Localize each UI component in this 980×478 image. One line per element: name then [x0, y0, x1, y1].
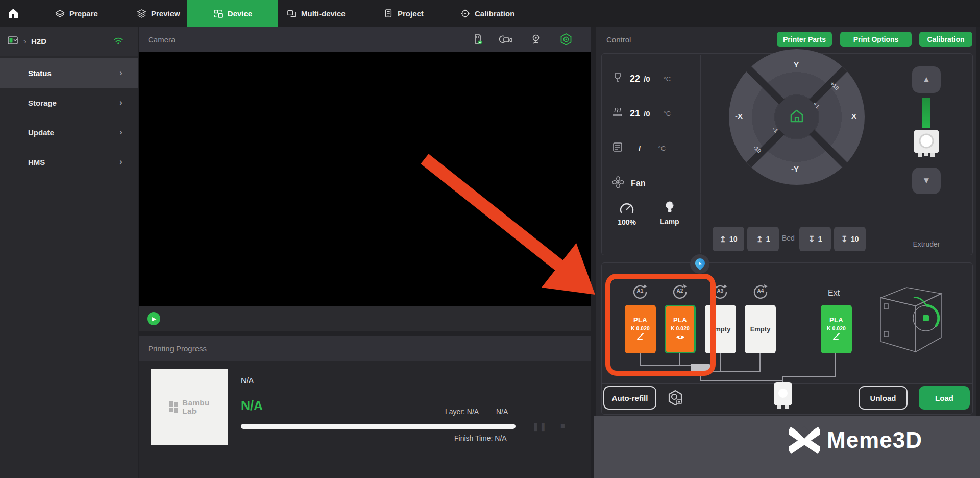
unload-button[interactable]: Unload [859, 386, 908, 410]
printer-parts-button[interactable]: Printer Parts [777, 32, 832, 47]
divider [700, 55, 701, 253]
extrude-down-button[interactable]: ▼ [912, 168, 941, 194]
print-options-button[interactable]: Print Options [840, 32, 912, 47]
fan-label: Fan [631, 179, 645, 188]
calibration-button[interactable]: Calibration [919, 32, 972, 47]
filament-tube [720, 353, 721, 372]
slot-empty-label: Empty [710, 325, 731, 333]
chevron-right-icon: › [119, 98, 122, 108]
pause-button[interactable]: ❚❚ [532, 422, 547, 431]
auto-refill-button[interactable]: Auto-refill [603, 386, 656, 410]
ams-slot-a2[interactable]: PLA K 0.020 [665, 305, 696, 353]
elapsed-time: N/A [496, 408, 508, 416]
speed-control[interactable]: 100% [611, 201, 642, 226]
bed-down-1-label: 1 [818, 235, 822, 243]
jog-label-y-minus: -Y [791, 164, 799, 173]
edit-icon [636, 333, 645, 342]
stop-button[interactable]: ■ [560, 421, 565, 430]
chevron-right-icon: › [119, 68, 122, 78]
ams-slot-refresh-a4[interactable]: A4 [752, 283, 769, 301]
printer-selector[interactable]: › H2D [0, 27, 138, 56]
recording-icon[interactable] [499, 33, 513, 45]
ext-title: Ext [828, 289, 840, 298]
slot-id: A3 [712, 288, 729, 294]
ams-slot-a1[interactable]: PLA K 0.020 [625, 305, 656, 353]
divider [799, 264, 799, 384]
ams-slot-a3[interactable]: Empty [705, 305, 736, 353]
extruder-graphic [911, 128, 942, 164]
tab-prepare[interactable]: Prepare [55, 0, 98, 27]
slot-material: PLA [673, 316, 687, 324]
tab-device[interactable]: Device [187, 0, 278, 27]
calibration-icon [460, 9, 470, 18]
sidebar-item-storage[interactable]: Storage › [0, 88, 138, 117]
bed-up-1-button[interactable]: ↥ 1 [747, 227, 779, 251]
arrow-down-from-bar-icon: ↧ [841, 234, 848, 244]
arrow-down-from-bar-icon: ↧ [808, 234, 815, 244]
bed-down-10-button[interactable]: ↧ 10 [834, 227, 866, 251]
ams-settings-icon[interactable] [666, 388, 685, 410]
humidity-value: 5 [699, 261, 701, 266]
jog-label-x-minus: -X [735, 112, 743, 121]
webcam-icon[interactable] [530, 33, 542, 45]
tab-label: Multi-device [301, 9, 346, 18]
camera-title: Camera [148, 35, 175, 44]
fan-control[interactable]: Fan [611, 176, 645, 191]
bed-z-label: Bed [782, 234, 795, 242]
printing-progress-panel: Printing Progress BambuLab N/A N/A Layer… [139, 336, 591, 478]
fan-icon [611, 176, 625, 191]
filament-tube [700, 371, 701, 381]
ams-slot-refresh-a2[interactable]: A2 [671, 283, 689, 301]
chamber-temp-row[interactable]: _ /_ °C [611, 141, 666, 155]
control-title: Control [606, 35, 631, 44]
bed-temp-row[interactable]: 21 /0 °C [611, 106, 671, 121]
ams-slot-refresh-a3[interactable]: A3 [712, 283, 729, 301]
camera-settings-icon[interactable] [559, 33, 573, 46]
ams-hub [691, 364, 710, 371]
tab-label: Calibration [475, 9, 514, 18]
home-xy-button[interactable] [775, 95, 818, 138]
footer-area: Meme3D [594, 416, 980, 478]
triangle-down-icon: ▼ [922, 176, 931, 186]
brand-line2: Lab [182, 407, 197, 415]
bed-down-1-button[interactable]: ↧ 1 [799, 227, 831, 251]
toolhead-graphic [773, 380, 793, 417]
bed-temp-value: 21 [630, 108, 640, 119]
sidebar-item-hms[interactable]: HMS › [0, 147, 138, 177]
nozzle-temp-row[interactable]: 22 /0 °C [611, 71, 671, 86]
device-icon [213, 9, 223, 18]
extrude-up-button[interactable]: ▲ [912, 66, 941, 93]
jog-pad[interactable]: Y X -X -Y +10 +1 -1 -10 [729, 49, 865, 185]
play-button[interactable]: ▶ [147, 312, 160, 325]
load-button[interactable]: Load [919, 386, 970, 410]
tab-label: Preview [151, 9, 180, 18]
tab-project[interactable]: Project [384, 0, 424, 27]
home-button[interactable] [7, 0, 19, 27]
eye-icon [676, 333, 685, 342]
tab-preview[interactable]: Preview [137, 0, 180, 27]
tab-calibration[interactable]: Calibration [460, 0, 514, 27]
prepare-icon [55, 9, 65, 18]
lamp-control[interactable]: Lamp [654, 200, 685, 226]
speed-value: 100% [611, 218, 642, 226]
chevron-right-icon: › [119, 127, 122, 137]
slot-id: A2 [671, 288, 689, 294]
ams-slot-refresh-a1[interactable]: A1 [631, 283, 649, 301]
extruder-filament [922, 98, 930, 128]
slot-empty-label: Empty [750, 325, 771, 333]
sidebar-item-status[interactable]: Status › [0, 58, 138, 88]
ext-slot[interactable]: PLA K 0.020 [821, 305, 852, 353]
edit-icon [832, 333, 841, 342]
sdcard-icon[interactable] [472, 33, 484, 45]
filament-tube [783, 376, 836, 377]
home-icon [788, 107, 805, 127]
preview-icon [137, 9, 146, 18]
tab-multi-device[interactable]: Multi-device [287, 0, 346, 27]
ams-slot-a4[interactable]: Empty [745, 305, 776, 353]
camera-panel: Camera ▶ [139, 27, 591, 331]
tab-label: Project [398, 9, 424, 18]
nozzle-temp-unit: °C [664, 75, 671, 83]
slot-k-value: K 0.020 [671, 325, 690, 331]
sidebar-item-update[interactable]: Update › [0, 117, 138, 147]
bed-up-10-button[interactable]: ↥ 10 [713, 227, 744, 251]
